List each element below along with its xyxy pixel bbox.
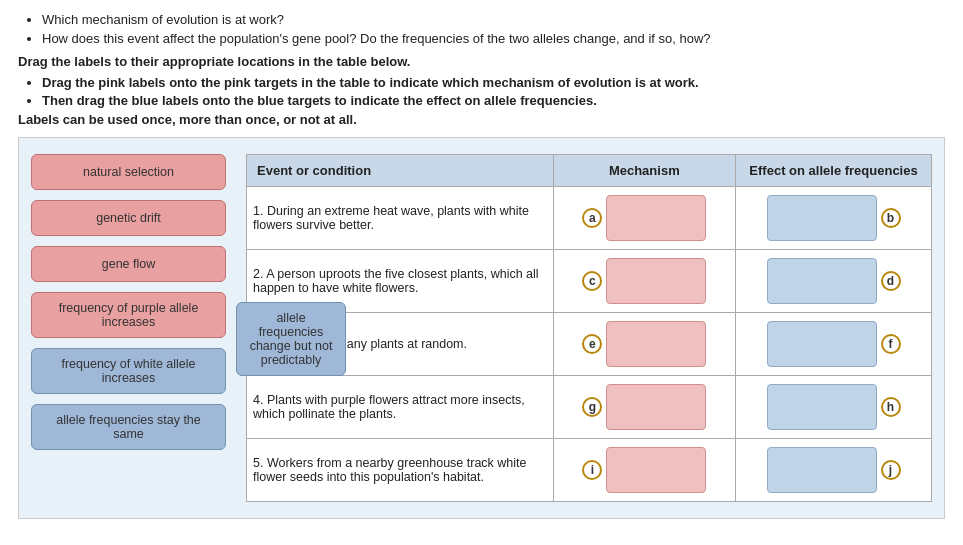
sub-bullet-2: Then drag the blue labels onto the blue … [42, 93, 945, 108]
table-header-row: Event or condition Mechanism Effect on a… [247, 155, 932, 187]
event-cell-5: 5. Workers from a nearby greenhouse trac… [247, 439, 554, 502]
table-row: 1. During an extreme heat wave, plants w… [247, 187, 932, 250]
table-area: Event or condition Mechanism Effect on a… [246, 154, 932, 502]
table-row: 4. Plants with purple flowers attract mo… [247, 376, 932, 439]
circle-a: a [582, 208, 602, 228]
table-row: 2. A person uproots the five closest pla… [247, 250, 932, 313]
drop-target-blue-d[interactable] [767, 258, 877, 304]
event-cell-4: 4. Plants with purple flowers attract mo… [247, 376, 554, 439]
drop-target-blue-j[interactable] [767, 447, 877, 493]
sub-bullet-2-bold: Then drag the blue labels onto the blue … [42, 93, 597, 108]
circle-h: h [881, 397, 901, 417]
drop-target-blue-f[interactable] [767, 321, 877, 367]
table-row: 5. Workers from a nearby greenhouse trac… [247, 439, 932, 502]
circle-d: d [881, 271, 901, 291]
blue-label-allele-stay-same[interactable]: allele frequencies stay the same [31, 404, 226, 450]
pink-label-gene-flow[interactable]: gene flow [31, 246, 226, 282]
mechanism-cell-2: c [553, 250, 736, 313]
table-row: 3. A storm kills many plants at random. … [247, 313, 932, 376]
effect-cell-2: d [736, 250, 932, 313]
intro-bullet-1: Which mechanism of evolution is at work? [42, 12, 945, 27]
circle-f: f [881, 334, 901, 354]
drop-target-pink-c[interactable] [606, 258, 706, 304]
event-number: 4. [253, 393, 263, 407]
mechanism-cell-3: e [553, 313, 736, 376]
drop-target-blue-h[interactable] [767, 384, 877, 430]
blue-label-change-not-predictably[interactable]: allele frequencies change but not predic… [236, 302, 346, 376]
drop-target-pink-e[interactable] [606, 321, 706, 367]
main-area: natural selection genetic drift gene flo… [18, 137, 945, 519]
header-event: Event or condition [247, 155, 554, 187]
effect-cell-1: b [736, 187, 932, 250]
circle-e: e [582, 334, 602, 354]
event-number: 1. [253, 204, 263, 218]
mechanism-cell-5: i [553, 439, 736, 502]
pink-label-natural-selection[interactable]: natural selection [31, 154, 226, 190]
page: Which mechanism of evolution is at work?… [0, 0, 963, 545]
circle-g: g [582, 397, 602, 417]
pink-label-genetic-drift[interactable]: genetic drift [31, 200, 226, 236]
event-number: 5. [253, 456, 263, 470]
drag-instruction: Drag the labels to their appropriate loc… [18, 54, 945, 69]
intro-bullet-2: How does this event affect the populatio… [42, 31, 945, 46]
circle-c: c [582, 271, 602, 291]
circle-j: j [881, 460, 901, 480]
drop-target-blue-b[interactable] [767, 195, 877, 241]
drop-target-pink-a[interactable] [606, 195, 706, 241]
drop-target-pink-g[interactable] [606, 384, 706, 430]
effect-cell-3: f [736, 313, 932, 376]
drop-target-pink-i[interactable] [606, 447, 706, 493]
intro-bullets: Which mechanism of evolution is at work?… [42, 12, 945, 46]
effect-cell-4: h [736, 376, 932, 439]
effect-cell-5: j [736, 439, 932, 502]
mechanism-cell-1: a [553, 187, 736, 250]
header-effect: Effect on allele frequencies [736, 155, 932, 187]
event-number: 2. [253, 267, 263, 281]
circle-i: i [582, 460, 602, 480]
header-mechanism: Mechanism [553, 155, 736, 187]
mechanism-cell-4: g [553, 376, 736, 439]
sub-instructions: Drag the pink labels onto the pink targe… [42, 75, 945, 108]
labels-panel: natural selection genetic drift gene flo… [31, 154, 226, 502]
sub-bullet-1-bold: Drag the pink labels onto the pink targe… [42, 75, 699, 90]
sub-bullet-1: Drag the pink labels onto the pink targe… [42, 75, 945, 90]
event-cell-1: 1. During an extreme heat wave, plants w… [247, 187, 554, 250]
circle-b: b [881, 208, 901, 228]
pink-label-frequency-purple[interactable]: frequency of purple allele increases [31, 292, 226, 338]
evolution-table: Event or condition Mechanism Effect on a… [246, 154, 932, 502]
blue-label-frequency-white[interactable]: frequency of white allele increases [31, 348, 226, 394]
note: Labels can be used once, more than once,… [18, 112, 945, 127]
